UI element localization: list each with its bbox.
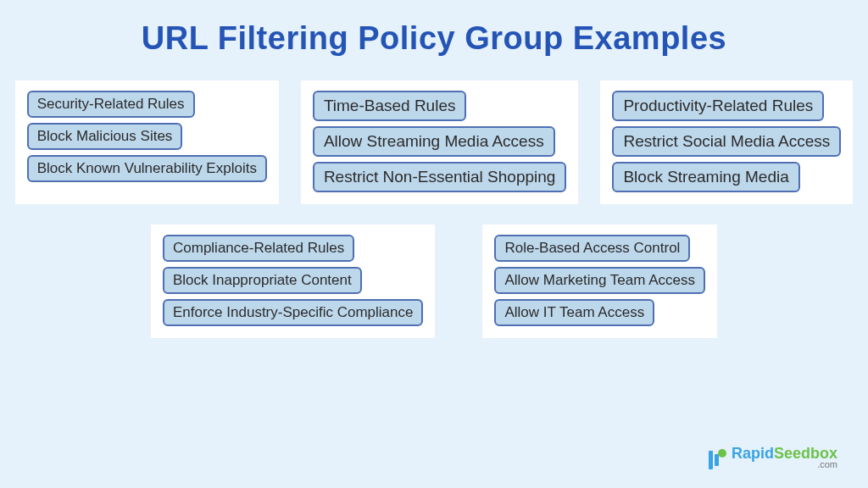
pill: Block Known Vulnerability Exploits <box>27 155 267 182</box>
pill: Enforce Industry-Specific Compliance <box>163 299 423 326</box>
brand-icon <box>709 451 726 469</box>
brand-logo: RapidSeedbox .com <box>709 446 837 469</box>
card-time: Time-Based Rules Allow Streaming Media A… <box>301 80 579 204</box>
card-productivity: Productivity-Related Rules Restrict Soci… <box>600 80 853 204</box>
pill: Role-Based Access Control <box>494 235 690 262</box>
brand-name: RapidSeedbox .com <box>732 446 837 469</box>
pill: Security-Related Rules <box>27 91 195 118</box>
pill: Restrict Social Media Access <box>612 126 841 157</box>
pill: Allow IT Team Access <box>494 299 654 326</box>
pill: Productivity-Related Rules <box>612 91 824 121</box>
row-1: Security-Related Rules Block Malicious S… <box>0 80 868 204</box>
card-compliance: Compliance-Related Rules Block Inappropr… <box>151 225 435 338</box>
card-security: Security-Related Rules Block Malicious S… <box>15 80 279 204</box>
page-title: URL Filtering Policy Group Examples <box>0 0 868 57</box>
card-role: Role-Based Access Control Allow Marketin… <box>482 225 717 338</box>
pill: Block Streaming Media <box>612 162 799 192</box>
pill: Block Malicious Sites <box>27 123 183 150</box>
brand-name-a: Rapid <box>732 445 774 462</box>
pill: Allow Marketing Team Access <box>494 267 705 294</box>
row-2: Compliance-Related Rules Block Inappropr… <box>0 225 868 338</box>
pill: Compliance-Related Rules <box>163 235 354 262</box>
pill: Block Inappropriate Content <box>163 267 362 294</box>
pill: Allow Streaming Media Access <box>313 126 555 157</box>
pill: Restrict Non-Essential Shopping <box>313 162 567 192</box>
pill: Time-Based Rules <box>313 91 467 121</box>
